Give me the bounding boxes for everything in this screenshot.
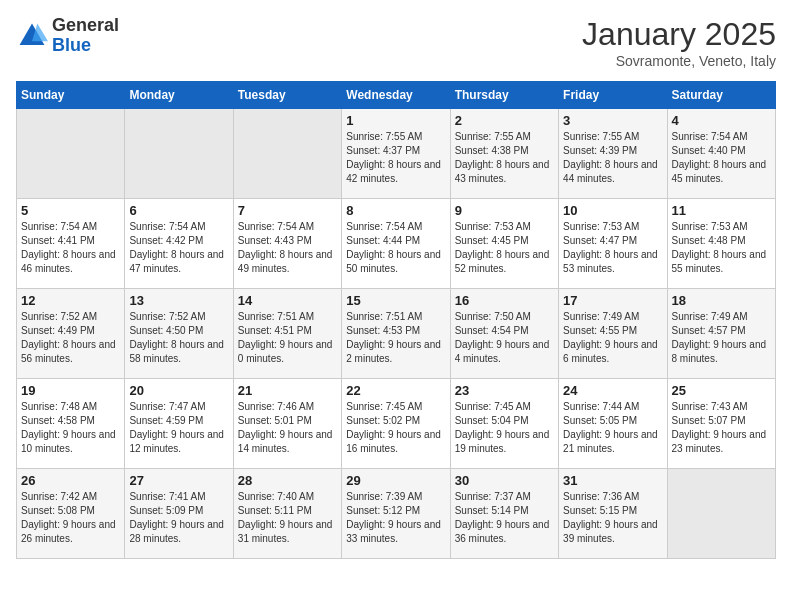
day-info: Sunrise: 7:54 AMSunset: 4:40 PMDaylight:… [672,130,771,186]
day-info: Sunrise: 7:51 AMSunset: 4:53 PMDaylight:… [346,310,445,366]
day-number: 20 [129,383,228,398]
day-number: 15 [346,293,445,308]
calendar-day-cell: 17Sunrise: 7:49 AMSunset: 4:55 PMDayligh… [559,289,667,379]
weekday-header-cell: Tuesday [233,82,341,109]
day-number: 29 [346,473,445,488]
day-info: Sunrise: 7:54 AMSunset: 4:41 PMDaylight:… [21,220,120,276]
location-subtitle: Sovramonte, Veneto, Italy [582,53,776,69]
day-info: Sunrise: 7:54 AMSunset: 4:44 PMDaylight:… [346,220,445,276]
calendar-day-cell: 28Sunrise: 7:40 AMSunset: 5:11 PMDayligh… [233,469,341,559]
day-number: 13 [129,293,228,308]
page-header: General Blue January 2025 Sovramonte, Ve… [16,16,776,69]
day-number: 11 [672,203,771,218]
day-info: Sunrise: 7:53 AMSunset: 4:47 PMDaylight:… [563,220,662,276]
day-info: Sunrise: 7:52 AMSunset: 4:49 PMDaylight:… [21,310,120,366]
calendar-day-cell: 23Sunrise: 7:45 AMSunset: 5:04 PMDayligh… [450,379,558,469]
day-info: Sunrise: 7:47 AMSunset: 4:59 PMDaylight:… [129,400,228,456]
calendar-day-cell: 12Sunrise: 7:52 AMSunset: 4:49 PMDayligh… [17,289,125,379]
day-number: 3 [563,113,662,128]
calendar-day-cell: 27Sunrise: 7:41 AMSunset: 5:09 PMDayligh… [125,469,233,559]
day-number: 6 [129,203,228,218]
calendar-day-cell: 21Sunrise: 7:46 AMSunset: 5:01 PMDayligh… [233,379,341,469]
day-number: 23 [455,383,554,398]
day-number: 2 [455,113,554,128]
day-number: 17 [563,293,662,308]
day-info: Sunrise: 7:55 AMSunset: 4:38 PMDaylight:… [455,130,554,186]
logo-blue: Blue [52,35,91,55]
day-info: Sunrise: 7:55 AMSunset: 4:39 PMDaylight:… [563,130,662,186]
day-number: 24 [563,383,662,398]
month-title: January 2025 [582,16,776,53]
calendar-day-cell: 8Sunrise: 7:54 AMSunset: 4:44 PMDaylight… [342,199,450,289]
day-number: 28 [238,473,337,488]
calendar-day-cell: 31Sunrise: 7:36 AMSunset: 5:15 PMDayligh… [559,469,667,559]
day-number: 8 [346,203,445,218]
weekday-header-cell: Thursday [450,82,558,109]
calendar-day-cell: 10Sunrise: 7:53 AMSunset: 4:47 PMDayligh… [559,199,667,289]
calendar-day-cell: 15Sunrise: 7:51 AMSunset: 4:53 PMDayligh… [342,289,450,379]
day-number: 4 [672,113,771,128]
weekday-header-cell: Wednesday [342,82,450,109]
calendar-day-cell [125,109,233,199]
logo: General Blue [16,16,119,56]
calendar-day-cell: 16Sunrise: 7:50 AMSunset: 4:54 PMDayligh… [450,289,558,379]
calendar-day-cell: 18Sunrise: 7:49 AMSunset: 4:57 PMDayligh… [667,289,775,379]
calendar-day-cell: 9Sunrise: 7:53 AMSunset: 4:45 PMDaylight… [450,199,558,289]
day-info: Sunrise: 7:49 AMSunset: 4:55 PMDaylight:… [563,310,662,366]
day-number: 18 [672,293,771,308]
logo-general: General [52,15,119,35]
day-info: Sunrise: 7:45 AMSunset: 5:02 PMDaylight:… [346,400,445,456]
day-number: 14 [238,293,337,308]
day-info: Sunrise: 7:52 AMSunset: 4:50 PMDaylight:… [129,310,228,366]
calendar-day-cell: 20Sunrise: 7:47 AMSunset: 4:59 PMDayligh… [125,379,233,469]
calendar-day-cell: 29Sunrise: 7:39 AMSunset: 5:12 PMDayligh… [342,469,450,559]
day-number: 22 [346,383,445,398]
day-info: Sunrise: 7:37 AMSunset: 5:14 PMDaylight:… [455,490,554,546]
calendar-day-cell: 6Sunrise: 7:54 AMSunset: 4:42 PMDaylight… [125,199,233,289]
calendar-day-cell: 3Sunrise: 7:55 AMSunset: 4:39 PMDaylight… [559,109,667,199]
calendar-day-cell: 22Sunrise: 7:45 AMSunset: 5:02 PMDayligh… [342,379,450,469]
calendar-day-cell: 13Sunrise: 7:52 AMSunset: 4:50 PMDayligh… [125,289,233,379]
day-info: Sunrise: 7:55 AMSunset: 4:37 PMDaylight:… [346,130,445,186]
day-number: 31 [563,473,662,488]
calendar-day-cell: 24Sunrise: 7:44 AMSunset: 5:05 PMDayligh… [559,379,667,469]
calendar-day-cell [667,469,775,559]
calendar-table: SundayMondayTuesdayWednesdayThursdayFrid… [16,81,776,559]
day-info: Sunrise: 7:49 AMSunset: 4:57 PMDaylight:… [672,310,771,366]
day-info: Sunrise: 7:40 AMSunset: 5:11 PMDaylight:… [238,490,337,546]
weekday-header-cell: Monday [125,82,233,109]
day-info: Sunrise: 7:46 AMSunset: 5:01 PMDaylight:… [238,400,337,456]
calendar-day-cell: 1Sunrise: 7:55 AMSunset: 4:37 PMDaylight… [342,109,450,199]
day-number: 9 [455,203,554,218]
day-number: 25 [672,383,771,398]
day-number: 27 [129,473,228,488]
day-info: Sunrise: 7:48 AMSunset: 4:58 PMDaylight:… [21,400,120,456]
day-info: Sunrise: 7:41 AMSunset: 5:09 PMDaylight:… [129,490,228,546]
day-number: 26 [21,473,120,488]
day-info: Sunrise: 7:39 AMSunset: 5:12 PMDaylight:… [346,490,445,546]
day-info: Sunrise: 7:53 AMSunset: 4:48 PMDaylight:… [672,220,771,276]
calendar-body: 1Sunrise: 7:55 AMSunset: 4:37 PMDaylight… [17,109,776,559]
calendar-day-cell: 7Sunrise: 7:54 AMSunset: 4:43 PMDaylight… [233,199,341,289]
calendar-week-row: 5Sunrise: 7:54 AMSunset: 4:41 PMDaylight… [17,199,776,289]
day-number: 30 [455,473,554,488]
calendar-week-row: 1Sunrise: 7:55 AMSunset: 4:37 PMDaylight… [17,109,776,199]
weekday-header-cell: Sunday [17,82,125,109]
calendar-day-cell: 4Sunrise: 7:54 AMSunset: 4:40 PMDaylight… [667,109,775,199]
calendar-week-row: 12Sunrise: 7:52 AMSunset: 4:49 PMDayligh… [17,289,776,379]
calendar-day-cell: 14Sunrise: 7:51 AMSunset: 4:51 PMDayligh… [233,289,341,379]
day-number: 16 [455,293,554,308]
day-info: Sunrise: 7:54 AMSunset: 4:42 PMDaylight:… [129,220,228,276]
logo-text: General Blue [52,16,119,56]
day-info: Sunrise: 7:51 AMSunset: 4:51 PMDaylight:… [238,310,337,366]
title-block: January 2025 Sovramonte, Veneto, Italy [582,16,776,69]
day-info: Sunrise: 7:43 AMSunset: 5:07 PMDaylight:… [672,400,771,456]
day-info: Sunrise: 7:42 AMSunset: 5:08 PMDaylight:… [21,490,120,546]
calendar-week-row: 26Sunrise: 7:42 AMSunset: 5:08 PMDayligh… [17,469,776,559]
calendar-week-row: 19Sunrise: 7:48 AMSunset: 4:58 PMDayligh… [17,379,776,469]
calendar-day-cell: 11Sunrise: 7:53 AMSunset: 4:48 PMDayligh… [667,199,775,289]
calendar-day-cell: 2Sunrise: 7:55 AMSunset: 4:38 PMDaylight… [450,109,558,199]
calendar-day-cell: 25Sunrise: 7:43 AMSunset: 5:07 PMDayligh… [667,379,775,469]
day-info: Sunrise: 7:36 AMSunset: 5:15 PMDaylight:… [563,490,662,546]
day-number: 10 [563,203,662,218]
